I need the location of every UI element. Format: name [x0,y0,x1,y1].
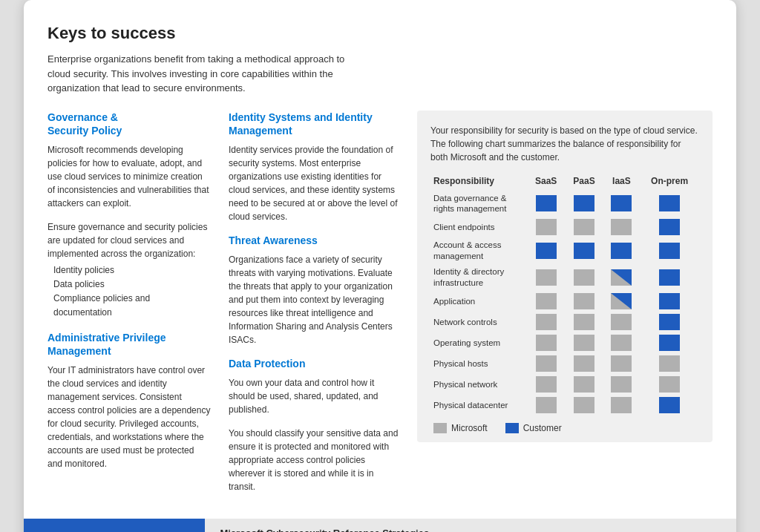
right-intro: Your responsibility for security is base… [430,124,699,164]
chart-cell [565,395,603,416]
col-onprem: On-prem [640,174,699,191]
table-row: Physical datacenter [430,395,699,416]
chart-cell [640,312,699,332]
center-panel: Identity Systems and Identity Management… [229,111,399,505]
legend-microsoft-box [433,423,447,433]
list-item: Data policies [53,278,211,292]
chart-cell [603,374,640,395]
chart-cell [565,191,603,217]
chart-cell [527,264,565,291]
main-card: Keys to success Enterprise organizations… [24,0,736,532]
table-row: Data governance &rights management [430,191,699,217]
center-section2-heading: Threat Awareness [229,234,399,247]
chart-cell [640,237,699,264]
table-row: Client endpoints [430,217,699,237]
table-row: Account & accessmanagement [430,237,699,264]
left-section1-heading: Governance &Security Policy [48,111,211,137]
footer-academy: Microsoft Virtual Academy [24,519,205,532]
chart-cell [603,217,640,237]
chart-cell [603,332,640,353]
page-title: Keys to success [48,24,712,43]
col-saas: SaaS [527,174,565,191]
table-row: Network controls [430,312,699,332]
responsibility-chart: Responsibility SaaS PaaS IaaS On-prem Da… [430,174,699,416]
center-section3-body1: You own your data and control how it sho… [229,376,399,416]
chart-cell [565,353,603,374]
footer: Microsoft Virtual Academy Microsoft Cybe… [24,519,736,532]
chart-cell [603,395,640,416]
main-layout: Governance &Security Policy Microsoft re… [48,111,712,505]
chart-cell [527,353,565,374]
row-label: Client endpoints [430,217,527,237]
center-section3-body2: You should classify your sensitive data … [229,427,399,493]
chart-cell [603,237,640,264]
footer-ref-main: Microsoft Cybersecurity Reference Strate… [220,528,721,532]
list-item: Compliance policies and documentation [53,292,211,320]
page-intro: Enterprise organizations benefit from ta… [48,52,359,96]
center-section1-heading: Identity Systems and Identity Management [229,111,399,137]
col-iaas: IaaS [603,174,640,191]
table-row: Physical network [430,374,699,395]
left-section1-body2: Ensure governance and security policies … [48,220,211,321]
chart-cell [603,191,640,217]
chart-cell [565,264,603,291]
row-label: Physical datacenter [430,395,527,416]
legend-customer-box [505,423,519,433]
left-panel: Governance &Security Policy Microsoft re… [48,111,211,482]
chart-cell [565,374,603,395]
left-section2-heading: Administrative Privilege Management [48,331,211,358]
legend-customer-label: Customer [523,423,562,433]
left-section2-body: Your IT administrators have control over… [48,364,211,470]
chart-cell [527,395,565,416]
center-section1-body: Identity services provide the foundation… [229,143,399,223]
legend-microsoft-label: Microsoft [451,423,488,433]
chart-cell [565,312,603,332]
chart-legend: Microsoft Customer [430,423,699,433]
right-panel: Your responsibility for security is base… [417,111,712,443]
list-item: Identity policies [53,263,211,278]
chart-cell [565,332,603,353]
chart-cell [603,353,640,374]
chart-cell [527,191,565,217]
chart-cell [640,217,699,237]
legend-customer: Customer [505,423,562,433]
chart-cell [640,191,699,217]
chart-cell [565,217,603,237]
table-row: Physical hosts [430,353,699,374]
chart-cell [640,291,699,312]
row-label: Data governance &rights management [430,191,527,217]
row-label: Application [430,291,527,312]
center-section2-body: Organizations face a variety of security… [229,253,399,347]
row-label: Physical network [430,374,527,395]
chart-cell [527,374,565,395]
chart-cell [603,291,640,312]
chart-cell [640,264,699,291]
chart-cell [640,374,699,395]
chart-cell [640,332,699,353]
footer-reference: Microsoft Cybersecurity Reference Strate… [205,519,736,532]
chart-cell [527,332,565,353]
table-row: Application [430,291,699,312]
table-row: Operating system [430,332,699,353]
chart-cell [527,291,565,312]
left-section1-list: Identity policies Data policies Complian… [48,263,211,321]
legend-microsoft: Microsoft [433,423,488,433]
chart-cell [603,264,640,291]
left-section1-body1: Microsoft recommends developing policies… [48,143,211,210]
row-label: Network controls [430,312,527,332]
row-label: Operating system [430,332,527,353]
chart-cell [603,312,640,332]
row-label: Identity & directoryinfrastructure [430,264,527,291]
center-section3-heading: Data Protection [229,357,399,370]
table-row: Identity & directoryinfrastructure [430,264,699,291]
chart-cell [640,395,699,416]
row-label: Physical hosts [430,353,527,374]
chart-cell [640,353,699,374]
col-responsibility: Responsibility [430,174,527,191]
chart-cell [527,312,565,332]
chart-cell [527,217,565,237]
row-label: Account & accessmanagement [430,237,527,264]
chart-cell [527,237,565,264]
chart-cell [565,237,603,264]
col-paas: PaaS [565,174,603,191]
